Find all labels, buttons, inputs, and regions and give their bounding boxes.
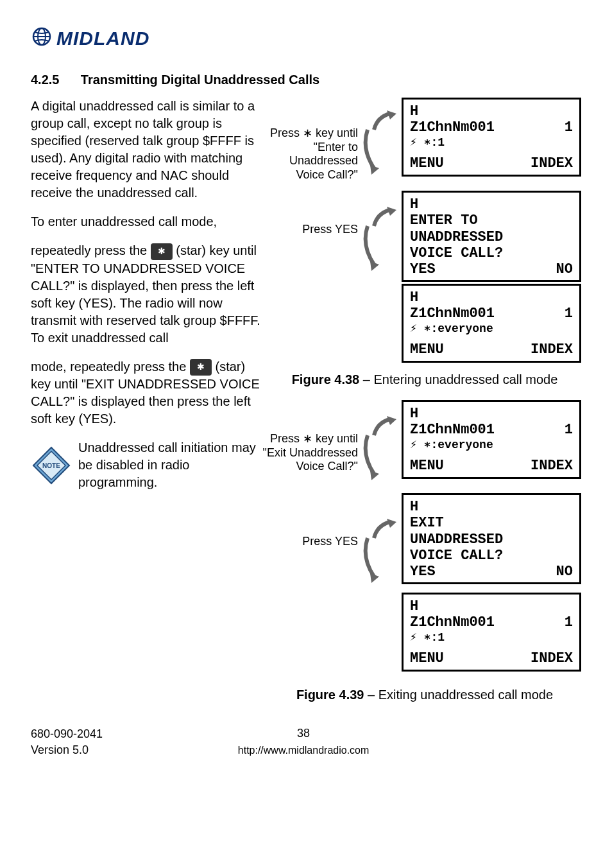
figure-caption: Figure 4.39 – Exiting unaddressed call m… xyxy=(268,686,581,704)
figure-caption: Figure 4.38 – Entering unaddressed call … xyxy=(268,371,581,388)
lcd-softkey: NO xyxy=(556,564,573,580)
lcd-line: Z1ChnNm001 xyxy=(410,614,495,630)
figure-number: Figure 4.39 xyxy=(296,688,364,702)
arrow-icon xyxy=(361,519,400,621)
lcd-line: VOICE CALL? xyxy=(410,245,503,261)
lcd-softkey: INDEX xyxy=(531,342,573,358)
lcd-line: H xyxy=(410,598,418,614)
svg-text:NOTE: NOTE xyxy=(42,462,60,469)
lcd-screen: H Z1ChnNm001 1 ⚡ ∗:everyone MENU INDEX xyxy=(402,400,581,479)
lcd-line: 1 xyxy=(565,306,573,322)
lcd-line: ENTER TO xyxy=(410,213,478,229)
lcd-softkey: MENU xyxy=(410,342,444,358)
lcd-softkey: INDEX xyxy=(531,458,573,474)
lcd-line: H xyxy=(410,103,418,119)
lcd-line: H xyxy=(410,406,418,422)
figure-title: – Entering unaddressed call mode xyxy=(359,372,557,386)
text-fragment: (star) key until "ENTER TO UNADDRESSED V… xyxy=(31,243,260,345)
lcd-line: UNADDRESSED xyxy=(410,532,503,548)
lcd-line: ⚡ ∗:everyone xyxy=(410,438,493,452)
body-paragraph-2b: repeatedly press the (star) key until "E… xyxy=(31,242,262,347)
doc-version: Version 5.0 xyxy=(31,742,103,758)
lcd-line: 1 xyxy=(565,119,573,135)
section-number: 4.2.5 xyxy=(31,73,59,87)
step-label: Press ∗ key until "Enter to Unaddressed … xyxy=(262,126,358,182)
text-fragment: mode, repeatedly press the xyxy=(31,360,190,374)
lcd-line: ⚡ ∗:everyone xyxy=(410,322,493,336)
figure-4-39-diagram: Press ∗ key until "Exit Unaddressed Voic… xyxy=(268,400,581,682)
figure-number: Figure 4.38 xyxy=(292,372,360,386)
lcd-line: H xyxy=(410,290,418,306)
body-paragraph-3: mode, repeatedly press the (star) key un… xyxy=(31,358,262,428)
lcd-softkey: INDEX xyxy=(531,650,573,666)
footer-url: http://www.midlandradio.com xyxy=(103,743,504,758)
lcd-softkey: MENU xyxy=(410,650,444,666)
page-number: 38 xyxy=(103,725,504,741)
lcd-line: 1 xyxy=(565,422,573,438)
doc-number: 680-090-2041 xyxy=(31,726,103,742)
figure-4-38-diagram: Press ∗ key until "Enter to Unaddressed … xyxy=(268,98,581,367)
note-text: Unaddressed call initiation may be disab… xyxy=(78,439,262,491)
arrow-icon xyxy=(361,207,400,309)
star-key-icon xyxy=(190,359,212,376)
figure-title: – Exiting unaddressed call mode xyxy=(364,688,553,702)
lcd-line: ⚡ ∗:1 xyxy=(410,136,445,150)
lcd-softkey: YES xyxy=(410,261,436,277)
lcd-softkey: NO xyxy=(556,261,573,277)
arrow-icon xyxy=(361,416,400,519)
body-paragraph-1: A digital unaddressed call is similar to… xyxy=(31,98,262,202)
note-badge-icon: NOTE xyxy=(31,445,72,486)
star-key-icon xyxy=(151,243,173,260)
lcd-line: Z1ChnNm001 xyxy=(410,422,495,438)
lcd-line: Z1ChnNm001 xyxy=(410,306,495,322)
lcd-line: EXIT xyxy=(410,515,444,531)
lcd-screen: H Z1ChnNm001 1 ⚡ ∗:1 MENU INDEX xyxy=(402,98,581,177)
section-title: Transmitting Digital Unaddressed Calls xyxy=(81,73,319,87)
lcd-screen: H Z1ChnNm001 1 ⚡ ∗:everyone MENU INDEX xyxy=(402,284,581,363)
step-label: Press ∗ key until "Exit Unaddressed Voic… xyxy=(262,432,358,474)
globe-icon xyxy=(31,26,53,52)
lcd-line: UNADDRESSED xyxy=(410,229,503,245)
lcd-softkey: YES xyxy=(410,564,436,580)
lcd-screen: H EXIT UNADDRESSED VOICE CALL? YES NO xyxy=(402,493,581,584)
lcd-softkey: MENU xyxy=(410,458,444,474)
footer-left: 680-090-2041 Version 5.0 xyxy=(31,726,103,758)
lcd-line: H xyxy=(410,499,418,515)
lcd-line: ⚡ ∗:1 xyxy=(410,631,445,645)
step-label: Press YES xyxy=(281,535,358,549)
section-heading: 4.2.5 Transmitting Digital Unaddressed C… xyxy=(31,71,581,89)
brand-text: MIDLAND xyxy=(56,26,149,52)
page-footer: 680-090-2041 Version 5.0 38 http://www.m… xyxy=(31,725,581,758)
step-label: Press YES xyxy=(281,223,358,237)
lcd-softkey: INDEX xyxy=(531,155,573,171)
text-fragment: repeatedly press the xyxy=(31,243,151,257)
brand-logo: MIDLAND xyxy=(31,26,581,52)
lcd-line: H xyxy=(410,196,418,213)
lcd-line: 1 xyxy=(565,614,573,630)
lcd-line: Z1ChnNm001 xyxy=(410,119,495,135)
lcd-softkey: MENU xyxy=(410,155,444,171)
lcd-line: VOICE CALL? xyxy=(410,548,503,564)
arrow-icon xyxy=(361,110,400,213)
body-paragraph-2a: To enter unaddressed call mode, xyxy=(31,213,262,230)
note-block: NOTE Unaddressed call initiation may be … xyxy=(31,439,262,491)
lcd-screen: H Z1ChnNm001 1 ⚡ ∗:1 MENU INDEX xyxy=(402,593,581,672)
lcd-screen: H ENTER TO UNADDRESSED VOICE CALL? YES N… xyxy=(402,191,581,282)
